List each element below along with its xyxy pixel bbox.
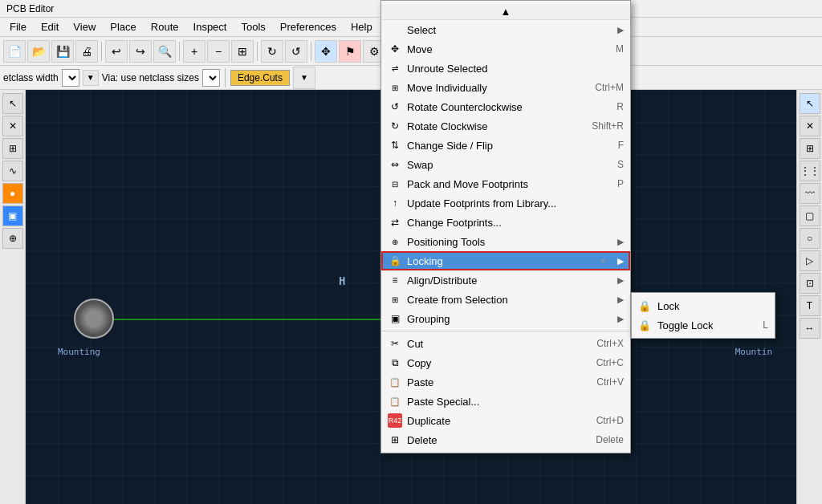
ctx-unroute[interactable]: ⇌ Unroute Selected bbox=[381, 59, 630, 78]
new-btn[interactable]: 📄 bbox=[3, 40, 26, 63]
ctx-update-fp[interactable]: ↑ Update Footprints from Library... bbox=[381, 193, 630, 213]
ctx-del-label: Delete bbox=[407, 434, 583, 446]
x-tool[interactable]: ✕ bbox=[2, 116, 23, 136]
r-circ[interactable]: ○ bbox=[800, 228, 820, 249]
ctx-dup-icon: R42 bbox=[388, 413, 402, 428]
dot-tool[interactable]: ● bbox=[2, 183, 23, 204]
ctx-rotate-ccw[interactable]: ↺ Rotate Counterclockwise R bbox=[381, 97, 630, 116]
ctx-align-label: Align/Distribute bbox=[407, 274, 617, 287]
layer-select[interactable]: ▼ bbox=[293, 67, 315, 89]
sub-lock-label: Lock bbox=[657, 300, 768, 312]
refresh-btn[interactable]: ↻ bbox=[261, 40, 283, 63]
r-text[interactable]: T bbox=[800, 295, 820, 316]
select-tool[interactable]: ✥ bbox=[315, 40, 337, 63]
r-arrow[interactable]: ▷ bbox=[800, 250, 820, 271]
ctx-rotate-cw[interactable]: ↻ Rotate Clockwise Shift+R bbox=[381, 116, 630, 136]
ctx-select-arrow: ▶ bbox=[617, 25, 624, 35]
ctx-grouping[interactable]: ▣ Grouping ▶ bbox=[381, 309, 630, 328]
drc-btn[interactable]: ⚑ bbox=[339, 40, 361, 63]
ctx-change-fp-icon: ⇄ bbox=[388, 215, 402, 230]
ctx-lock-icon: 🔒 bbox=[388, 254, 402, 268]
ctx-move-label: Move bbox=[407, 43, 603, 55]
ctx-cut-icon: ✂ bbox=[388, 336, 402, 351]
grid-tool[interactable]: ⊞ bbox=[2, 138, 23, 159]
menu-inspect[interactable]: Inspect bbox=[187, 19, 234, 35]
save-btn[interactable]: 💾 bbox=[51, 40, 74, 63]
locking-submenu: 🔒 Lock 🔒 Toggle Lock L bbox=[631, 292, 775, 339]
ctx-unroute-label: Unroute Selected bbox=[407, 63, 624, 75]
ctx-select-label: Select bbox=[407, 24, 617, 36]
ctx-dup-label: Duplicate bbox=[407, 415, 584, 427]
sub-lock[interactable]: 🔒 Lock bbox=[632, 296, 775, 315]
r-dots[interactable]: ⋮⋮ bbox=[800, 161, 820, 181]
menu-file[interactable]: File bbox=[3, 19, 33, 35]
ctx-group-label: Grouping bbox=[407, 313, 617, 325]
sub-toggle-label: Toggle Lock bbox=[657, 319, 763, 331]
sep5 bbox=[225, 68, 226, 87]
print-btn[interactable]: 🖨 bbox=[75, 40, 98, 63]
undo-btn[interactable]: ↩ bbox=[105, 40, 128, 63]
ctx-create-sel[interactable]: ⊞ Create from Selection ▶ bbox=[381, 290, 630, 309]
ctx-locking[interactable]: 🔒 Locking ⌖ ▶ bbox=[381, 251, 630, 270]
menu-tools[interactable]: Tools bbox=[234, 19, 271, 35]
ctx-align[interactable]: ≡ Align/Distribute ▶ bbox=[381, 270, 630, 290]
r-img[interactable]: ⊡ bbox=[800, 273, 820, 294]
route-btn[interactable]: ↺ bbox=[285, 40, 307, 63]
via-select[interactable] bbox=[202, 69, 220, 87]
ctx-delete[interactable]: ⊞ Delete Delete bbox=[381, 430, 630, 449]
r-wave[interactable]: 〰 bbox=[800, 183, 820, 204]
ctx-select[interactable]: Select ▶ bbox=[381, 20, 630, 39]
ctx-move-ind-icon: ⊞ bbox=[388, 80, 402, 95]
menu-preferences[interactable]: Preferences bbox=[274, 19, 343, 35]
r-grid[interactable]: ⊞ bbox=[800, 138, 820, 159]
menu-help[interactable]: Help bbox=[344, 19, 379, 35]
ctx-lock-arrow: ▶ bbox=[617, 256, 624, 266]
ctx-del-icon: ⊞ bbox=[388, 433, 402, 447]
wave-tool[interactable]: ∿ bbox=[2, 161, 23, 181]
layer-badge[interactable]: Edge.Cuts bbox=[230, 70, 290, 86]
ctx-duplicate[interactable]: R42 Duplicate Ctrl+D bbox=[381, 411, 630, 430]
cursor-pos: ⌖ bbox=[600, 255, 606, 266]
mount-label-right: Mountin bbox=[735, 347, 772, 357]
ctx-flip[interactable]: ⇅ Change Side / Flip F bbox=[381, 136, 630, 155]
zoom-out-btn[interactable]: − bbox=[207, 40, 230, 63]
ctx-pos-label: Positioning Tools bbox=[407, 236, 617, 248]
r-cursor[interactable]: ↖ bbox=[800, 93, 820, 114]
netclass-select[interactable] bbox=[62, 69, 79, 87]
blue-tool[interactable]: ▣ bbox=[2, 205, 23, 226]
zoom-in-btn[interactable]: + bbox=[183, 40, 206, 63]
ctx-flip-shortcut: F bbox=[618, 140, 624, 151]
menu-edit[interactable]: Edit bbox=[35, 19, 65, 35]
ctx-change-fp[interactable]: ⇄ Change Footprints... bbox=[381, 213, 630, 232]
r-x[interactable]: ✕ bbox=[800, 116, 820, 136]
ctx-group-icon: ▣ bbox=[388, 311, 402, 326]
zoom-fit-btn[interactable]: ⊞ bbox=[231, 40, 254, 63]
netclass-label: etclass width bbox=[3, 72, 59, 83]
ctx-align-icon: ≡ bbox=[388, 273, 402, 287]
r-sq1[interactable]: ▢ bbox=[800, 205, 820, 226]
ctx-align-arrow: ▶ bbox=[617, 275, 624, 286]
menu-view[interactable]: View bbox=[67, 19, 102, 35]
extra-tool[interactable]: ⊕ bbox=[2, 228, 23, 249]
ctx-copy[interactable]: ⧉ Copy Ctrl+C bbox=[381, 353, 630, 372]
sub-toggle-lock[interactable]: 🔒 Toggle Lock L bbox=[632, 315, 775, 335]
ctx-pack-move[interactable]: ⊟ Pack and Move Footprints P bbox=[381, 174, 630, 193]
ctx-create-icon: ⊞ bbox=[388, 292, 402, 307]
ctx-swap[interactable]: ⇔ Swap S bbox=[381, 155, 630, 174]
ctx-positioning[interactable]: ⊕ Positioning Tools ▶ bbox=[381, 232, 630, 251]
ctx-scroll-up[interactable]: ▲ bbox=[381, 4, 630, 20]
netclass-btn[interactable]: ▼ bbox=[83, 70, 99, 86]
redo-btn[interactable]: ↪ bbox=[129, 40, 152, 63]
search-btn[interactable]: 🔍 bbox=[153, 40, 176, 63]
title-bar-text: PCB Editor bbox=[6, 3, 54, 14]
ctx-paste[interactable]: 📋 Paste Ctrl+V bbox=[381, 372, 630, 392]
ctx-cut[interactable]: ✂ Cut Ctrl+X bbox=[381, 334, 630, 353]
ctx-move[interactable]: ✥ Move M bbox=[381, 39, 630, 59]
menu-place[interactable]: Place bbox=[104, 19, 143, 35]
ctx-move-individually[interactable]: ⊞ Move Individually Ctrl+M bbox=[381, 78, 630, 97]
menu-route[interactable]: Route bbox=[144, 19, 185, 35]
cursor-tool[interactable]: ↖ bbox=[2, 93, 23, 114]
r-dim[interactable]: ↔ bbox=[800, 318, 820, 339]
open-btn[interactable]: 📂 bbox=[27, 40, 50, 63]
ctx-paste-special[interactable]: 📋 Paste Special... bbox=[381, 392, 630, 411]
